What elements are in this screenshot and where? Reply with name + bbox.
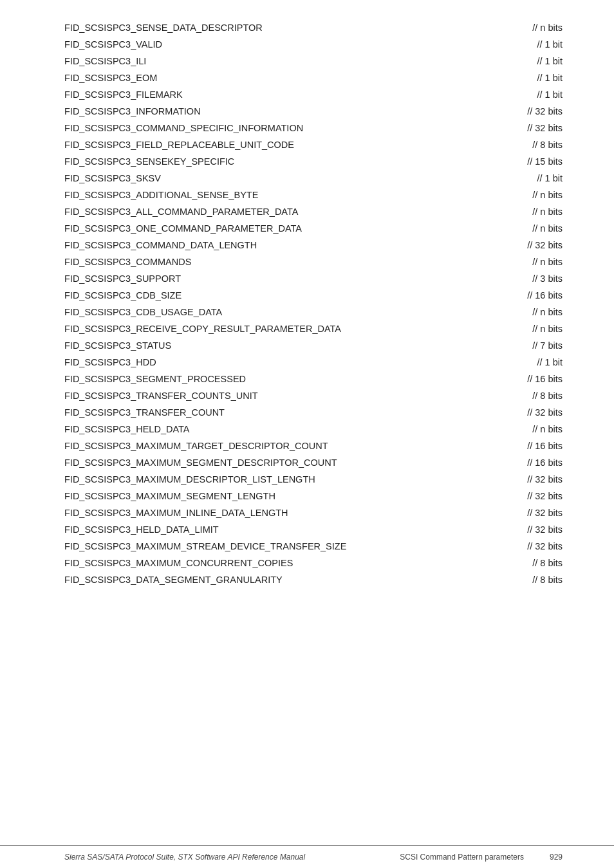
footer-section: SCSI Command Pattern parameters xyxy=(400,853,524,862)
entry-name: FID_SCSISPC3_SUPPORT xyxy=(64,273,181,284)
table-row: FID_SCSISPC3_ILI// 1 bit xyxy=(64,53,563,69)
table-row: FID_SCSISPC3_COMMAND_DATA_LENGTH// 32 bi… xyxy=(64,237,563,254)
table-row: FID_SCSISPC3_SENSE_DATA_DESCRIPTOR// n b… xyxy=(64,19,563,36)
entry-comment: // 32 bits xyxy=(527,541,563,551)
entry-comment: // 16 bits xyxy=(527,374,563,384)
entry-name: FID_SCSISPC3_HELD_DATA_LIMIT xyxy=(64,524,219,535)
entry-comment: // 32 bits xyxy=(527,524,563,535)
entry-name: FID_SCSISPC3_ADDITIONAL_SENSE_BYTE xyxy=(64,190,258,200)
entry-comment: // 16 bits xyxy=(527,290,563,300)
table-row: FID_SCSISPC3_FILEMARK// 1 bit xyxy=(64,86,563,103)
entry-comment: // 8 bits xyxy=(532,391,563,401)
entry-name: FID_SCSISPC3_MAXIMUM_SEGMENT_DESCRIPTOR_… xyxy=(64,457,337,468)
entry-name: FID_SCSISPC3_COMMAND_DATA_LENGTH xyxy=(64,240,257,250)
entry-name: FID_SCSISPC3_MAXIMUM_STREAM_DEVICE_TRANS… xyxy=(64,541,346,551)
entry-comment: // n bits xyxy=(532,324,563,334)
entry-comment: // 15 bits xyxy=(527,156,563,167)
entry-comment: // 8 bits xyxy=(532,558,563,568)
table-row: FID_SCSISPC3_HELD_DATA_LIMIT// 32 bits xyxy=(64,521,563,538)
table-row: FID_SCSISPC3_MAXIMUM_TARGET_DESCRIPTOR_C… xyxy=(64,438,563,454)
entry-name: FID_SCSISPC3_RECEIVE_COPY_RESULT_PARAMET… xyxy=(64,324,341,334)
entry-name: FID_SCSISPC3_CDB_USAGE_DATA xyxy=(64,307,222,317)
entry-name: FID_SCSISPC3_VALID xyxy=(64,39,162,50)
entry-name: FID_SCSISPC3_SENSEKEY_SPECIFIC xyxy=(64,156,234,167)
table-row: FID_SCSISPC3_MAXIMUM_SEGMENT_LENGTH// 32… xyxy=(64,488,563,504)
table-row: FID_SCSISPC3_MAXIMUM_DESCRIPTOR_LIST_LEN… xyxy=(64,471,563,488)
entry-comment: // 32 bits xyxy=(527,123,563,133)
table-row: FID_SCSISPC3_COMMANDS// n bits xyxy=(64,254,563,270)
entry-name: FID_SCSISPC3_DATA_SEGMENT_GRANULARITY xyxy=(64,575,283,585)
entry-comment: // 8 bits xyxy=(532,575,563,585)
entry-name: FID_SCSISPC3_FILEMARK xyxy=(64,89,183,100)
entry-name: FID_SCSISPC3_HDD xyxy=(64,357,156,367)
entry-name: FID_SCSISPC3_SENSE_DATA_DESCRIPTOR xyxy=(64,23,263,33)
entry-comment: // 3 bits xyxy=(532,273,563,284)
entry-name: FID_SCSISPC3_FIELD_REPLACEABLE_UNIT_CODE xyxy=(64,140,294,150)
table-row: FID_SCSISPC3_TRANSFER_COUNTS_UNIT// 8 bi… xyxy=(64,387,563,404)
entry-comment: // 8 bits xyxy=(532,140,563,150)
entry-comment: // 32 bits xyxy=(527,106,563,116)
table-row: FID_SCSISPC3_EOM// 1 bit xyxy=(64,69,563,86)
entry-name: FID_SCSISPC3_COMMAND_SPECIFIC_INFORMATIO… xyxy=(64,123,303,133)
footer: Sierra SAS/SATA Protocol Suite, STX Soft… xyxy=(0,845,614,868)
entry-comment: // 32 bits xyxy=(527,474,563,485)
entry-name: FID_SCSISPC3_HELD_DATA xyxy=(64,424,189,434)
entry-name: FID_SCSISPC3_MAXIMUM_DESCRIPTOR_LIST_LEN… xyxy=(64,474,315,485)
entry-name: FID_SCSISPC3_TRANSFER_COUNT xyxy=(64,407,225,418)
entries-container: FID_SCSISPC3_SENSE_DATA_DESCRIPTOR// n b… xyxy=(64,19,563,588)
entry-comment: // 1 bit xyxy=(537,73,563,83)
table-row: FID_SCSISPC3_RECEIVE_COPY_RESULT_PARAMET… xyxy=(64,320,563,337)
table-row: FID_SCSISPC3_SKSV// 1 bit xyxy=(64,170,563,187)
entry-name: FID_SCSISPC3_COMMANDS xyxy=(64,257,191,267)
footer-right: SCSI Command Pattern parameters 929 xyxy=(400,853,563,862)
table-row: FID_SCSISPC3_SEGMENT_PROCESSED// 16 bits xyxy=(64,371,563,387)
entry-comment: // 32 bits xyxy=(527,508,563,518)
entry-comment: // 1 bit xyxy=(537,39,563,50)
footer-page: 929 xyxy=(550,853,563,862)
footer-left: Sierra SAS/SATA Protocol Suite, STX Soft… xyxy=(64,853,305,862)
entry-comment: // 16 bits xyxy=(527,441,563,451)
table-row: FID_SCSISPC3_MAXIMUM_CONCURRENT_COPIES//… xyxy=(64,555,563,571)
table-row: FID_SCSISPC3_MAXIMUM_SEGMENT_DESCRIPTOR_… xyxy=(64,454,563,471)
entry-name: FID_SCSISPC3_TRANSFER_COUNTS_UNIT xyxy=(64,391,258,401)
entry-name: FID_SCSISPC3_MAXIMUM_CONCURRENT_COPIES xyxy=(64,558,293,568)
entry-name: FID_SCSISPC3_MAXIMUM_INLINE_DATA_LENGTH xyxy=(64,508,288,518)
entry-comment: // n bits xyxy=(532,424,563,434)
entry-comment: // n bits xyxy=(532,207,563,217)
entry-name: FID_SCSISPC3_SKSV xyxy=(64,173,161,183)
table-row: FID_SCSISPC3_COMMAND_SPECIFIC_INFORMATIO… xyxy=(64,120,563,136)
table-row: FID_SCSISPC3_VALID// 1 bit xyxy=(64,36,563,53)
entry-comment: // n bits xyxy=(532,257,563,267)
table-row: FID_SCSISPC3_HELD_DATA// n bits xyxy=(64,421,563,438)
entry-name: FID_SCSISPC3_CDB_SIZE xyxy=(64,290,181,300)
table-row: FID_SCSISPC3_CDB_SIZE// 16 bits xyxy=(64,287,563,304)
entry-comment: // n bits xyxy=(532,190,563,200)
entry-name: FID_SCSISPC3_MAXIMUM_SEGMENT_LENGTH xyxy=(64,491,275,501)
table-row: FID_SCSISPC3_MAXIMUM_INLINE_DATA_LENGTH/… xyxy=(64,504,563,521)
entry-comment: // 7 bits xyxy=(532,340,563,351)
entry-comment: // n bits xyxy=(532,223,563,234)
entry-name: FID_SCSISPC3_MAXIMUM_TARGET_DESCRIPTOR_C… xyxy=(64,441,328,451)
entry-name: FID_SCSISPC3_ALL_COMMAND_PARAMETER_DATA xyxy=(64,207,298,217)
table-row: FID_SCSISPC3_CDB_USAGE_DATA// n bits xyxy=(64,304,563,320)
table-row: FID_SCSISPC3_TRANSFER_COUNT// 32 bits xyxy=(64,404,563,421)
entry-comment: // 1 bit xyxy=(537,173,563,183)
table-row: FID_SCSISPC3_INFORMATION// 32 bits xyxy=(64,103,563,120)
entry-name: FID_SCSISPC3_INFORMATION xyxy=(64,106,201,116)
entry-comment: // 16 bits xyxy=(527,457,563,468)
entry-comment: // 1 bit xyxy=(537,56,563,66)
entry-comment: // n bits xyxy=(532,307,563,317)
table-row: FID_SCSISPC3_MAXIMUM_STREAM_DEVICE_TRANS… xyxy=(64,538,563,555)
table-row: FID_SCSISPC3_ADDITIONAL_SENSE_BYTE// n b… xyxy=(64,187,563,203)
table-row: FID_SCSISPC3_HDD// 1 bit xyxy=(64,354,563,371)
entry-name: FID_SCSISPC3_STATUS xyxy=(64,340,171,351)
main-content: FID_SCSISPC3_SENSE_DATA_DESCRIPTOR// n b… xyxy=(0,0,614,640)
entry-comment: // 32 bits xyxy=(527,240,563,250)
table-row: FID_SCSISPC3_FIELD_REPLACEABLE_UNIT_CODE… xyxy=(64,136,563,153)
entry-comment: // n bits xyxy=(532,23,563,33)
entry-comment: // 1 bit xyxy=(537,357,563,367)
entry-comment: // 32 bits xyxy=(527,491,563,501)
table-row: FID_SCSISPC3_STATUS// 7 bits xyxy=(64,337,563,354)
table-row: FID_SCSISPC3_ONE_COMMAND_PARAMETER_DATA/… xyxy=(64,220,563,237)
table-row: FID_SCSISPC3_SUPPORT// 3 bits xyxy=(64,270,563,287)
